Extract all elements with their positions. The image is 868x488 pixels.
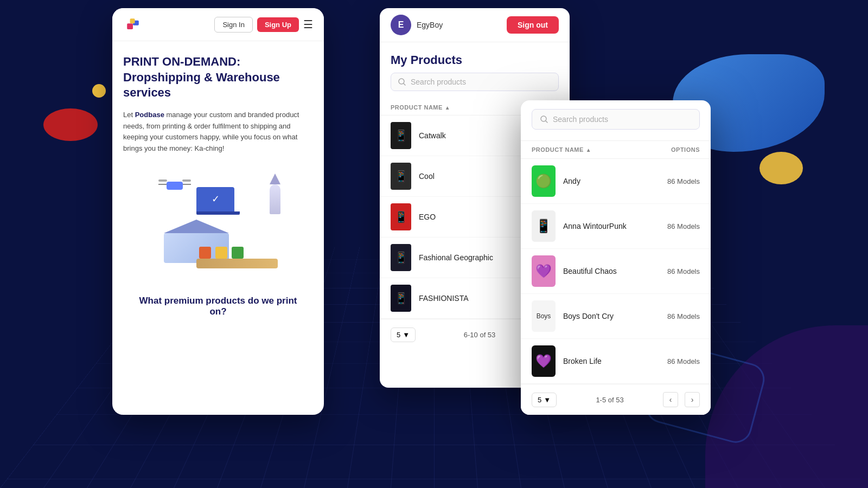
landing-content: PRINT ON-DEMAND: Dropshipping & Warehous… — [112, 41, 324, 330]
next-page-button[interactable]: › — [685, 392, 700, 407]
phone-case-image: 📱 — [391, 203, 411, 230]
my-products-title: My Products — [380, 42, 570, 73]
phone-case-image: 📱 — [391, 244, 411, 271]
prev-page-button[interactable]: ‹ — [663, 392, 678, 407]
username-label: EgyBoy — [417, 21, 507, 29]
landing-illustration: ✓ — [123, 165, 313, 285]
product-name: Cool — [419, 172, 515, 181]
rocket-illustration — [267, 174, 283, 217]
chevron-down-icon: ▼ — [544, 396, 551, 404]
illustration-container: ✓ — [142, 171, 294, 279]
svg-line-6 — [546, 121, 547, 123]
box3-illustration — [232, 247, 244, 259]
product-thumbnail: Boys — [532, 300, 556, 332]
red-blob — [43, 108, 98, 141]
yellow-blob — [760, 152, 803, 184]
search-icon — [540, 115, 548, 124]
svg-rect-2 — [130, 18, 135, 23]
product-name: Boys Don't Cry — [563, 312, 667, 320]
my-products-search[interactable]: Search products — [391, 73, 559, 91]
sort-arrow-icon[interactable]: ▲ — [445, 105, 450, 111]
signin-button[interactable]: Sign In — [214, 17, 252, 33]
page-info: 6-10 of 53 — [422, 331, 537, 339]
landing-panel: Sign In Sign Up ☰ PRINT ON-DEMAND: Drops… — [112, 8, 324, 415]
yellow-dot — [92, 84, 106, 98]
product-name: FASHIONISTA — [419, 294, 515, 303]
box1-illustration — [199, 247, 211, 259]
search-options-col-header: OPTIONS — [671, 146, 700, 153]
search-panel-input[interactable]: Search products — [532, 109, 700, 130]
signup-button[interactable]: Sign Up — [257, 17, 299, 32]
product-thumbnail: 🟢 — [532, 165, 556, 197]
product-options: 86 Models — [667, 177, 700, 185]
product-name: Catwalk — [419, 131, 515, 140]
search-panel-table-header: PRODUCT NAME ▲ OPTIONS — [521, 140, 711, 159]
table-row[interactable]: 💜 Beautiful Chaos 86 Models — [521, 249, 711, 294]
product-thumbnail: 📱 — [391, 285, 411, 312]
my-products-header: E EgyBoy Sign out — [380, 8, 570, 42]
product-thumbnail: 📱 — [391, 244, 411, 271]
per-page-select[interactable]: 5 ▼ — [532, 393, 557, 407]
product-options: 86 Models — [667, 267, 700, 275]
landing-description: Let Podbase manage your custom and brand… — [123, 110, 313, 155]
menu-icon[interactable]: ☰ — [303, 18, 313, 31]
table-row[interactable]: 💜 Broken Life 86 Models — [521, 339, 711, 384]
search-name-col-header: PRODUCT NAME ▲ — [532, 146, 671, 153]
product-thumbnail: 💜 — [532, 255, 556, 287]
search-icon — [398, 78, 406, 86]
phone-case-image: 📱 — [391, 163, 411, 190]
page-info: 1-5 of 53 — [563, 396, 656, 404]
table-row[interactable]: 🟢 Andy 86 Models — [521, 159, 711, 204]
svg-line-4 — [404, 84, 405, 85]
product-name: Anna WintourPunk — [563, 222, 667, 230]
landing-bottom-text: What premium products do we print on? — [123, 296, 313, 317]
landing-header: Sign In Sign Up ☰ — [112, 8, 324, 41]
product-options: 86 Models — [667, 312, 700, 320]
svg-rect-0 — [127, 23, 133, 29]
product-name: Beautiful Chaos — [563, 267, 667, 275]
landing-title: PRINT ON-DEMAND: Dropshipping & Warehous… — [123, 54, 313, 101]
product-name: EGO — [419, 213, 515, 221]
avatar: E — [391, 15, 411, 35]
table-row[interactable]: 📱 Anna WintourPunk 86 Models — [521, 204, 711, 249]
product-name: Fashional Geographic — [419, 253, 515, 262]
product-name: Broken Life — [563, 357, 667, 365]
product-thumbnail: 📱 — [391, 163, 411, 190]
product-name-col-header: PRODUCT NAME ▲ — [391, 104, 515, 111]
sort-arrow-icon[interactable]: ▲ — [586, 147, 591, 153]
product-thumbnail: 📱 — [391, 203, 411, 230]
phone-case-image: 📱 — [391, 122, 411, 149]
conveyor-illustration — [196, 259, 278, 268]
table-row[interactable]: Boys Boys Don't Cry 86 Models — [521, 294, 711, 339]
search-placeholder: Search products — [411, 78, 466, 86]
product-name: Andy — [563, 177, 667, 185]
signout-button[interactable]: Sign out — [507, 16, 559, 34]
per-page-select[interactable]: 5 ▼ — [391, 328, 416, 342]
chevron-down-icon: ▼ — [403, 331, 410, 339]
product-options: 86 Models — [667, 222, 700, 230]
product-thumbnail: 📱 — [532, 210, 556, 242]
product-thumbnail: 📱 — [391, 122, 411, 149]
search-panel-header: Search products — [521, 100, 711, 140]
search-panel-placeholder: Search products — [553, 115, 608, 124]
product-thumbnail: 💜 — [532, 345, 556, 377]
phone-case-image: 📱 — [391, 285, 411, 312]
per-page-value: 5 — [397, 331, 400, 339]
search-panel-pagination: 5 ▼ 1-5 of 53 ‹ › — [521, 384, 711, 415]
box2-illustration — [215, 247, 227, 259]
per-page-value: 5 — [538, 396, 541, 404]
search-panel: Search products PRODUCT NAME ▲ OPTIONS 🟢… — [521, 100, 711, 415]
drone-illustration — [158, 176, 191, 198]
product-options: 86 Models — [667, 357, 700, 365]
logo[interactable] — [123, 15, 143, 34]
